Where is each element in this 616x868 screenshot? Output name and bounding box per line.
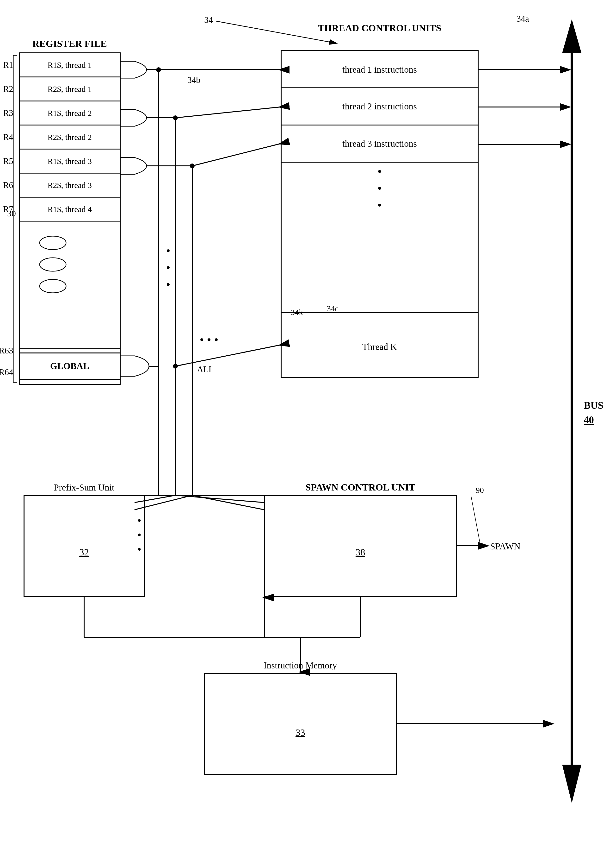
dots-all: • • • (200, 333, 218, 347)
thread1-instructions: thread 1 instructions (343, 65, 417, 74)
register-file-label: REGISTER FILE (33, 38, 107, 49)
svg-rect-20 (281, 50, 478, 378)
ref-30: 30 (7, 209, 16, 218)
svg-line-40 (192, 144, 280, 166)
r4-label: R4 (3, 132, 13, 142)
dots-bus-2: • (166, 261, 170, 274)
thread2-instructions: thread 2 instructions (343, 101, 417, 111)
svg-point-12 (40, 236, 66, 250)
dots-tcu-3: • (377, 198, 382, 212)
ref-34a: 34a (517, 14, 529, 24)
r5-label: R5 (3, 156, 13, 166)
dots-bus-1: • (166, 244, 170, 257)
spawn-label: SPAWN (490, 541, 521, 551)
thread-control-units-label: THREAD CONTROL UNITS (318, 23, 441, 33)
svg-marker-68 (562, 765, 581, 803)
ref-32: 32 (79, 547, 89, 558)
r1-label: R1 (3, 60, 13, 70)
dots-prefix-3: • (137, 543, 141, 555)
ref-90: 90 (476, 486, 484, 495)
dots-bus-3: • (166, 278, 170, 291)
dots-tcu-2: • (377, 181, 382, 195)
svg-line-41 (175, 345, 280, 366)
prefix-sum-label: Prefix-Sum Unit (54, 482, 115, 492)
diagram: R1 R2 R3 R4 R5 R6 R7 R1$, thread 1 R2$, … (0, 0, 616, 868)
r3-value: R1$, thread 2 (47, 109, 92, 118)
r7-value: R1$, thread 4 (47, 205, 92, 214)
dots-tcu-1: • (377, 165, 382, 178)
thread3-instructions: thread 3 instructions (343, 139, 417, 149)
r3-label: R3 (3, 108, 13, 118)
ref-34k: 34k (291, 308, 303, 317)
dots-prefix-2: • (137, 529, 141, 541)
svg-rect-50 (264, 495, 456, 596)
r5-value: R1$, thread 3 (47, 157, 92, 165)
svg-rect-45 (24, 495, 144, 596)
svg-point-13 (40, 258, 66, 271)
r2-value: R2$, thread 1 (47, 85, 92, 93)
ref-38: 38 (355, 547, 365, 558)
svg-rect-4 (19, 53, 120, 385)
ref-34c: 34c (327, 304, 338, 313)
bus-label: BUS (584, 400, 603, 411)
all-label: ALL (197, 364, 214, 374)
spawn-control-unit-label: SPAWN CONTROL UNIT (305, 482, 415, 493)
r1-value: R1$, thread 1 (47, 61, 92, 69)
thread-k: Thread K (362, 342, 397, 352)
r4-value: R2$, thread 2 (47, 133, 92, 142)
ref-34b: 34b (187, 75, 200, 85)
r6-label: R6 (3, 180, 13, 190)
r6-value: R2$, thread 3 (47, 181, 92, 190)
svg-line-52 (175, 495, 264, 503)
global-label: GLOBAL (50, 361, 90, 371)
svg-line-53 (192, 495, 264, 510)
ref-33: 33 (295, 727, 305, 738)
r63-label: R63 (0, 346, 13, 355)
bus-num: 40 (584, 414, 594, 425)
svg-marker-67 (562, 19, 581, 53)
svg-line-55 (471, 495, 481, 546)
svg-point-14 (40, 279, 66, 293)
dots-prefix-1: • (137, 514, 141, 526)
r64-label: R64 (0, 367, 13, 377)
ref-34: 34 (204, 15, 213, 25)
svg-rect-63 (204, 673, 396, 774)
r2-label: R2 (3, 84, 13, 94)
svg-line-39 (175, 107, 280, 118)
